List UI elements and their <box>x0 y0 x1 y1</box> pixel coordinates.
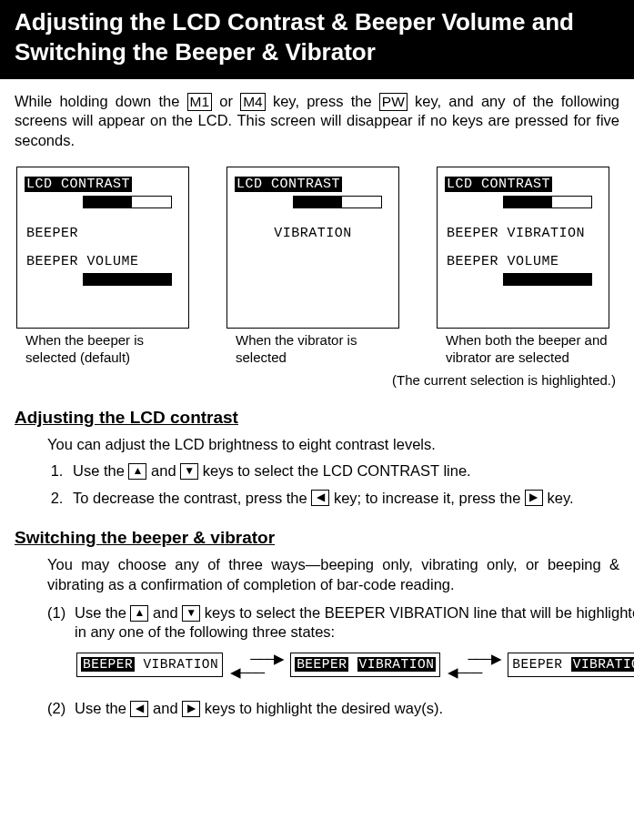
state-hl: BEEPER <box>295 657 348 672</box>
state-both: BEEPER VIBRATION <box>290 653 440 677</box>
key-pw: PW <box>379 93 408 111</box>
up-key-icon: ▲ <box>130 605 148 622</box>
right-arrow-icon: ───▶ <box>448 652 500 665</box>
screen-line: BEEPER VOLUME <box>25 254 181 269</box>
screen-beeper: LCD CONTRAST BEEPER BEEPER VOLUME <box>16 167 189 329</box>
screen-caption: When both the beeper and vibrator are se… <box>437 332 618 367</box>
step-item: Use the ▲ and ▼ keys to select the LCD C… <box>67 461 619 481</box>
state-arrows: ───▶ ◀─── <box>448 652 500 679</box>
step-text: and <box>146 462 180 479</box>
screen-both: LCD CONTRAST BEEPER VIBRATION BEEPER VOL… <box>437 167 609 329</box>
step-text: Use the <box>75 604 130 621</box>
intro-text: key, press the <box>266 93 379 109</box>
step-text: Use the <box>75 700 130 716</box>
intro-text: While holding down the <box>15 93 187 109</box>
page-title: Adjusting the LCD Contrast & Beeper Volu… <box>0 0 634 79</box>
volume-bar <box>83 273 172 286</box>
down-key-icon: ▼ <box>182 605 200 622</box>
lcd-contrast-label: LCD CONTRAST <box>445 177 552 192</box>
step-number: (1) <box>47 603 75 692</box>
step-text: key. <box>543 490 574 506</box>
step-text: Use the <box>73 462 128 479</box>
lcd-contrast-label: LCD CONTRAST <box>25 177 132 192</box>
step-text: key; to increase it, press the <box>329 490 525 506</box>
screen-examples: LCD CONTRAST BEEPER BEEPER VOLUME When t… <box>15 167 619 367</box>
step-text: To decrease the contrast, press the <box>73 490 311 506</box>
intro-paragraph: While holding down the M1 or M4 key, pre… <box>15 92 619 150</box>
screen-caption: When the vibrator is selected <box>226 332 408 367</box>
state-plain: VIBRATION <box>143 657 218 672</box>
section-heading-contrast: Adjusting the LCD contrast <box>15 408 619 428</box>
right-key-icon: ▶ <box>525 490 543 506</box>
section-heading-switching: Switching the beeper & vibrator <box>15 528 619 548</box>
state-hl: VIBRATION <box>357 657 437 672</box>
state-plain: BEEPER <box>512 657 562 672</box>
step-item: To decrease the contrast, press the ◀ ke… <box>67 489 619 508</box>
contrast-bar <box>83 196 172 208</box>
state-arrows: ───▶ ◀─── <box>230 652 283 679</box>
contrast-bar <box>503 196 592 208</box>
right-key-icon: ▶ <box>182 701 200 717</box>
steps-list: Use the ▲ and ▼ keys to select the LCD C… <box>47 461 619 508</box>
screen-line: BEEPER <box>25 226 181 241</box>
step-text: and <box>148 700 182 716</box>
contrast-bar <box>293 196 382 208</box>
lcd-contrast-label: LCD CONTRAST <box>235 177 342 192</box>
volume-bar <box>503 273 592 286</box>
left-key-icon: ◀ <box>130 701 148 717</box>
state-diagram: BEEPER VIBRATION ───▶ ◀─── BEEPER VIBRAT… <box>75 652 634 679</box>
key-m4: M4 <box>240 93 266 111</box>
left-key-icon: ◀ <box>311 490 329 506</box>
key-m1: M1 <box>187 93 213 111</box>
state-beeper-only: BEEPER VIBRATION <box>76 653 223 677</box>
left-arrow-icon: ◀─── <box>448 665 500 679</box>
screen-line: BEEPER VIBRATION <box>445 226 601 241</box>
section-text: You may choose any of three ways—beeping… <box>47 555 619 594</box>
right-arrow-icon: ───▶ <box>230 652 283 665</box>
section-text: You can adjust the LCD brightness to eig… <box>47 435 619 454</box>
screen-caption: When the beeper is selected (default) <box>16 332 197 367</box>
left-arrow-icon: ◀─── <box>230 665 283 679</box>
step-text: and <box>148 604 182 621</box>
state-vibration-only: BEEPER VIBRATION <box>508 653 634 677</box>
up-key-icon: ▲ <box>128 463 146 480</box>
down-key-icon: ▼ <box>180 463 198 480</box>
step-item: (1) Use the ▲ and ▼ keys to select the B… <box>47 603 619 692</box>
screen-line: BEEPER VOLUME <box>445 254 601 269</box>
highlight-note: (The current selection is highlighted.) <box>15 372 619 388</box>
state-hl: VIBRATION <box>571 657 634 672</box>
step-text: keys to select the LCD CONTRAST line. <box>198 462 471 479</box>
screen-vibration: LCD CONTRAST VIBRATION <box>226 167 399 329</box>
step-text: keys to highlight the desired way(s). <box>200 700 443 716</box>
step-number: (2) <box>47 699 75 718</box>
intro-text: or <box>212 93 240 109</box>
screen-line: VIBRATION <box>235 226 391 241</box>
state-hl: BEEPER <box>81 657 135 672</box>
step-item: (2) Use the ◀ and ▶ keys to highlight th… <box>47 699 619 718</box>
